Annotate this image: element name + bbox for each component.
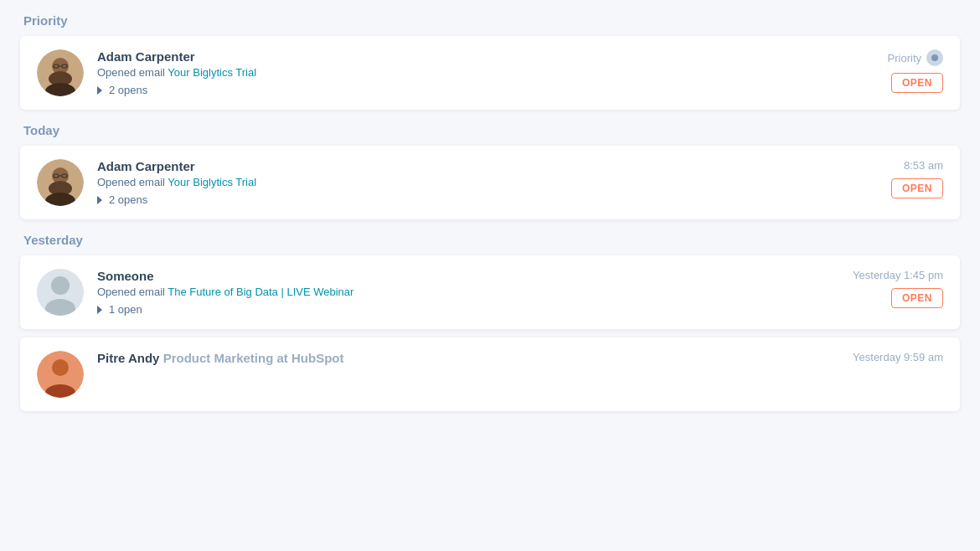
contact-name: Adam Carpenter (97, 49, 871, 64)
activity-card: Adam CarpenterOpened email Your Biglytic… (20, 146, 960, 219)
opens-count: 2 opens (97, 193, 874, 206)
email-link[interactable]: Your Biglytics Trial (168, 176, 256, 188)
card-subtitle: Opened email The Future of Big Data | LI… (97, 286, 836, 298)
card-content: SomeoneOpened email The Future of Big Da… (97, 269, 836, 316)
contact-name: Adam Carpenter (97, 159, 874, 173)
open-button[interactable]: OPEN (891, 73, 943, 93)
card-meta: Yesterday 1:45 pmOPEN (853, 269, 943, 308)
card-content: Adam CarpenterOpened email Your Biglytic… (97, 159, 874, 206)
contact-name: Pitre Andy Product Marketing at HubSpot (97, 351, 836, 365)
timestamp: 8:53 am (904, 159, 943, 172)
card-content: Adam CarpenterOpened email Your Biglytic… (97, 49, 871, 96)
chevron-right-icon (97, 196, 102, 204)
section-header-today: Today (20, 123, 960, 137)
opens-count: 2 opens (97, 84, 871, 96)
avatar (37, 49, 84, 96)
section-header-priority: Priority (20, 13, 960, 28)
contact-title: Product Marketing at HubSpot (163, 351, 344, 365)
activity-card: SomeoneOpened email The Future of Big Da… (20, 255, 960, 329)
timestamp: Yesterday 1:45 pm (853, 269, 943, 281)
avatar (37, 351, 84, 398)
svg-point-16 (45, 299, 75, 316)
card-meta: Yesterday 9:59 am (853, 351, 943, 363)
card-meta: PriorityOPEN (888, 49, 943, 93)
priority-label: Priority (888, 52, 921, 64)
svg-point-15 (51, 276, 70, 295)
card-meta-top: Yesterday 9:59 am (853, 351, 943, 363)
chevron-right-icon (97, 306, 102, 314)
card-subtitle: Opened email Your Biglytics Trial (97, 176, 874, 188)
priority-badge (926, 49, 943, 66)
card-meta: 8:53 amOPEN (891, 159, 943, 198)
opens-count: 1 open (97, 303, 836, 316)
email-link[interactable]: Your Biglytics Trial (168, 66, 256, 79)
timestamp: Yesterday 9:59 am (853, 351, 943, 363)
open-button[interactable]: OPEN (891, 288, 943, 308)
opens-text: 2 opens (109, 193, 147, 206)
contact-name: Someone (97, 269, 836, 283)
card-meta-top: 8:53 am (904, 159, 943, 172)
avatar (37, 269, 84, 316)
card-subtitle: Opened email Your Biglytics Trial (97, 66, 871, 79)
avatar (37, 159, 84, 206)
card-content: Pitre Andy Product Marketing at HubSpot (97, 351, 836, 368)
chevron-right-icon (97, 86, 102, 95)
section-header-yesterday: Yesterday (20, 233, 960, 247)
svg-point-7 (931, 54, 938, 61)
activity-card: Pitre Andy Product Marketing at HubSpotY… (20, 337, 960, 411)
card-meta-top: Yesterday 1:45 pm (853, 269, 943, 281)
svg-point-18 (52, 359, 69, 376)
open-button[interactable]: OPEN (891, 178, 943, 198)
opens-text: 2 opens (109, 84, 147, 96)
email-link[interactable]: The Future of Big Data | LIVE Webinar (168, 286, 353, 298)
card-meta-top: Priority (888, 49, 943, 66)
activity-card: Adam CarpenterOpened email Your Biglytic… (20, 36, 960, 110)
opens-text: 1 open (109, 303, 142, 316)
